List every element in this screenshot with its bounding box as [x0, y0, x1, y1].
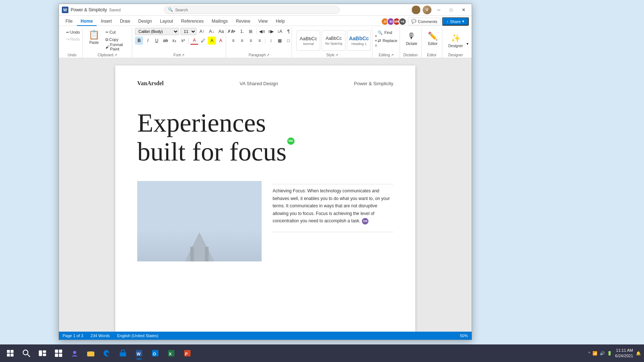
- align-center-button[interactable]: ≡: [238, 37, 246, 45]
- paragraph-expand-icon[interactable]: ↗: [266, 53, 269, 57]
- explorer-button[interactable]: [83, 346, 98, 361]
- comments-button[interactable]: 💬 Comments: [408, 18, 441, 25]
- tab-insert[interactable]: Insert: [97, 17, 116, 26]
- building-icon: [177, 229, 221, 261]
- bold-button[interactable]: B: [135, 37, 143, 45]
- style-no-spacing[interactable]: AaBbCc No Spacing: [322, 30, 345, 51]
- sort-button[interactable]: ↕A: [276, 27, 284, 35]
- font-expand-icon[interactable]: ↗: [181, 53, 184, 57]
- text-highlight-button[interactable]: A: [208, 37, 216, 45]
- tab-design[interactable]: Design: [135, 17, 156, 26]
- task-view-button[interactable]: [35, 346, 50, 361]
- highlight-button[interactable]: 🖊: [199, 37, 207, 45]
- wifi-icon[interactable]: 📶: [592, 351, 598, 356]
- decrease-font-button[interactable]: A↓: [207, 27, 216, 35]
- multilevel-button[interactable]: ⊞: [247, 27, 255, 35]
- replace-button[interactable]: ⇄ Replace: [375, 37, 399, 44]
- superscript-button[interactable]: x²: [179, 37, 187, 45]
- text-color-button[interactable]: A: [217, 37, 225, 45]
- dictate-button[interactable]: 🎙 Dictate: [403, 29, 420, 48]
- numbering-button[interactable]: 1.: [238, 27, 246, 35]
- svg-marker-0: [185, 232, 214, 261]
- taskbar: W O X P ^ 📶 🔊 🔋 11:11 AM 6/24/2021 🔔: [0, 344, 644, 362]
- font-size-select[interactable]: 11: [180, 28, 196, 35]
- clipboard-expand-icon[interactable]: ↗: [114, 53, 117, 57]
- font-color-button[interactable]: A: [190, 37, 198, 45]
- maximize-button[interactable]: □: [446, 6, 456, 14]
- chevron-icon[interactable]: ^: [588, 351, 590, 355]
- increase-font-button[interactable]: A↑: [198, 27, 206, 35]
- designer-button[interactable]: ✨ Designer: [445, 31, 466, 50]
- start-button[interactable]: [3, 346, 18, 361]
- redo-button[interactable]: ↪ Redo: [65, 36, 81, 42]
- font-family-row: Calibri (Body) 11 A↑ A↓ Aa ✗A: [135, 27, 235, 35]
- tab-view[interactable]: View: [255, 17, 272, 26]
- pilcrow-button[interactable]: ¶: [284, 27, 292, 35]
- tab-review[interactable]: Review: [232, 17, 254, 26]
- excel-button[interactable]: X: [164, 346, 179, 361]
- style-heading1[interactable]: AaBbCc Heading 1: [347, 30, 371, 51]
- powerpoint-button[interactable]: P: [180, 346, 195, 361]
- svg-rect-6: [11, 354, 14, 357]
- tab-home[interactable]: Home: [77, 17, 96, 26]
- word-window: W Power & Simplicity Saved 🔍 Search U ─ …: [59, 4, 472, 340]
- indent-decrease-button[interactable]: ◀≡: [258, 27, 266, 35]
- paste-icon: 📋: [89, 30, 100, 40]
- document-area: VanArsdel VA Shared Design Power & Simpl…: [59, 58, 472, 332]
- style-normal[interactable]: AaBbCc Normal: [296, 30, 320, 51]
- italic-button[interactable]: I: [144, 37, 152, 45]
- change-case-button[interactable]: Aa: [217, 27, 225, 35]
- doc-body: Achieving Focus: When technology communi…: [137, 181, 393, 261]
- svg-text:O: O: [153, 352, 156, 356]
- tab-mailings[interactable]: Mailings: [208, 17, 231, 26]
- editor-button[interactable]: ✏️ Editor: [424, 29, 441, 48]
- close-button[interactable]: ✕: [458, 6, 469, 14]
- line-spacing-button[interactable]: ↕: [267, 37, 275, 45]
- designer-icon: ✨: [451, 34, 461, 43]
- designer-expand-icon[interactable]: ▾: [467, 42, 468, 46]
- underline-button[interactable]: U: [153, 37, 161, 45]
- subscript-button[interactable]: x₂: [170, 37, 178, 45]
- format-paint-button[interactable]: 🖌 Format Paint: [104, 44, 129, 50]
- style-expand-icon[interactable]: ↗: [335, 53, 338, 57]
- search-box[interactable]: 🔍 Search: [164, 6, 340, 14]
- share-button[interactable]: ↑ Share ▾: [442, 17, 469, 26]
- notification-icon[interactable]: 🔔: [636, 351, 641, 356]
- outlook-icon: O: [151, 349, 159, 357]
- indent-increase-button[interactable]: ≡▶: [267, 27, 275, 35]
- font-family-select[interactable]: Calibri (Body): [135, 28, 179, 35]
- search-taskbar-button[interactable]: [19, 346, 34, 361]
- store-button[interactable]: [116, 346, 130, 361]
- teams-chat-button[interactable]: [67, 346, 82, 361]
- store-icon: [119, 349, 127, 357]
- bullets-button[interactable]: ≡•: [229, 27, 237, 35]
- tab-file[interactable]: File: [62, 17, 76, 26]
- undo-button[interactable]: ↩ Undo: [65, 29, 81, 35]
- tab-help[interactable]: Help: [272, 17, 289, 26]
- align-right-button[interactable]: ≡: [247, 37, 255, 45]
- find-button[interactable]: 🔍 Find: [375, 29, 394, 36]
- editing-expand-icon[interactable]: ↗: [391, 53, 394, 57]
- align-left-button[interactable]: ≡: [229, 37, 237, 45]
- shading-button[interactable]: ▦: [276, 37, 284, 45]
- tab-layout[interactable]: Layout: [156, 17, 177, 26]
- strikethrough-button[interactable]: ab: [161, 37, 169, 45]
- justify-button[interactable]: ≡: [255, 37, 263, 45]
- cut-button[interactable]: ✂ Cut: [104, 29, 129, 35]
- widgets-button[interactable]: [51, 346, 66, 361]
- word-taskbar-button[interactable]: W: [132, 346, 146, 361]
- tab-references[interactable]: References: [177, 17, 207, 26]
- title-line1: Experiences: [137, 108, 266, 137]
- volume-icon[interactable]: 🔊: [600, 351, 605, 356]
- minimize-button[interactable]: ─: [434, 6, 444, 14]
- dictation-group: 🎙 Dictate Dictation: [400, 27, 422, 58]
- outlook-button[interactable]: O: [148, 346, 162, 361]
- borders-button[interactable]: □: [284, 37, 292, 45]
- battery-icon[interactable]: 🔋: [607, 351, 612, 356]
- copy-button[interactable]: ⧉ Copy: [104, 36, 129, 43]
- paste-button[interactable]: 📋 Paste: [86, 27, 102, 46]
- edge-button[interactable]: [100, 346, 114, 361]
- system-clock[interactable]: 11:11 AM 6/24/2021: [615, 348, 633, 359]
- tab-draw[interactable]: Draw: [116, 17, 134, 26]
- svg-rect-2: [205, 247, 209, 261]
